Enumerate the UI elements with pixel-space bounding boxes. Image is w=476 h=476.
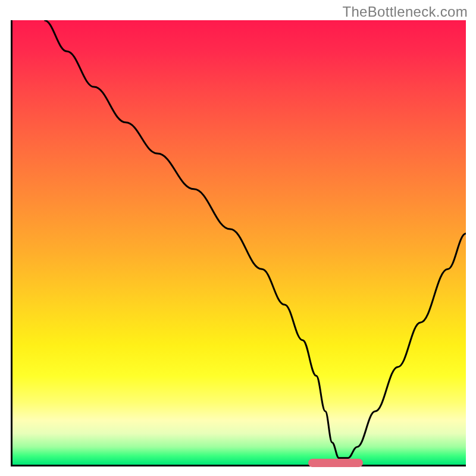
chart-area — [11, 20, 466, 466]
watermark-text: TheBottleneck.com — [342, 4, 468, 20]
optimal-range-marker — [308, 459, 363, 467]
curve-path — [44, 20, 466, 458]
bottleneck-curve — [12, 20, 466, 465]
